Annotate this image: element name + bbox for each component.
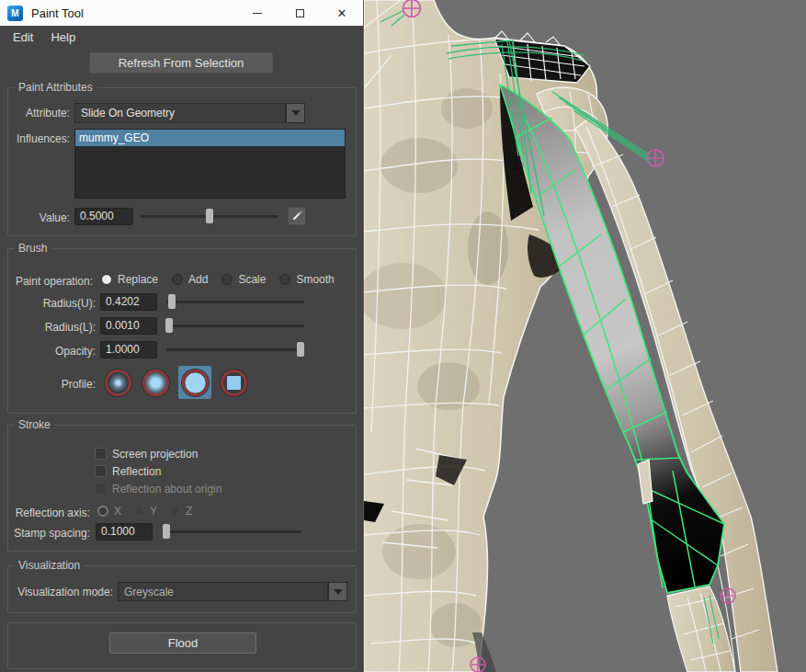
radio-x-dot <box>97 506 108 517</box>
influences-list[interactable]: mummy_GEO <box>74 129 346 199</box>
radio-scale[interactable]: Scale <box>221 273 266 286</box>
solid-brush-icon <box>182 370 209 396</box>
maya-app-icon: M <box>7 6 23 21</box>
visualization-title: Visualization <box>14 559 85 572</box>
opacity-slider[interactable] <box>166 341 304 358</box>
3d-viewport[interactable] <box>364 0 806 672</box>
radio-axis-z: Z <box>169 505 192 518</box>
radius-l-handle[interactable] <box>165 318 173 333</box>
attribute-dropdown[interactable]: Slide On Geometry <box>74 103 286 123</box>
opacity-field[interactable]: 1.0000 <box>100 341 157 359</box>
visualization-dropdown-arrow chevron-down-icon[interactable] <box>328 582 347 601</box>
radio-replace-dot[interactable] <box>101 274 112 285</box>
minimize-icon <box>253 13 262 14</box>
radio-add-dot[interactable] <box>172 274 183 285</box>
radius-u-handle[interactable] <box>168 294 176 309</box>
brush-title: Brush <box>14 242 51 255</box>
profile-gaussian[interactable] <box>101 366 134 399</box>
title-bar[interactable]: M Paint Tool ✕ <box>0 0 363 26</box>
profile-square[interactable] <box>217 366 250 399</box>
radius-u-groove <box>166 301 304 303</box>
radio-scale-dot[interactable] <box>221 274 233 285</box>
flood-button[interactable]: Flood <box>109 632 256 654</box>
flood-group: Flood <box>7 622 357 669</box>
radio-smooth[interactable]: Smooth <box>279 273 334 286</box>
paint-attributes-title: Paint Attributes <box>14 81 97 94</box>
radio-axis-y: Y <box>133 505 157 518</box>
screen-projection-checkbox[interactable] <box>95 448 107 460</box>
influence-item-mummy-geo[interactable]: mummy_GEO <box>75 130 345 146</box>
refresh-from-selection-button[interactable]: Refresh From Selection <box>89 52 273 74</box>
attribute-dropdown-arrow chevron-down-icon[interactable] <box>286 103 305 123</box>
maximize-button[interactable] <box>278 0 321 26</box>
stamp-spacing-groove <box>162 530 301 533</box>
screen-projection-label: Screen projection <box>112 448 198 461</box>
joint-marker-elbow[interactable] <box>721 588 735 603</box>
gaussian-brush-icon <box>105 370 131 396</box>
radio-smooth-dot[interactable] <box>279 274 290 285</box>
radius-l-groove <box>166 325 304 327</box>
radius-l-field[interactable]: 0.0010 <box>100 317 157 335</box>
stroke-group: Stroke Screen projection Reflection Refl… <box>7 425 357 552</box>
visualization-mode-label: Visualization mode: <box>8 586 113 598</box>
stamp-spacing-handle[interactable] <box>163 524 170 539</box>
reflection-label: Reflection <box>112 465 161 478</box>
pencil-icon <box>290 210 303 222</box>
stamp-spacing-slider[interactable] <box>162 523 301 540</box>
reflection-about-origin-checkbox <box>95 483 107 495</box>
joint-marker-hip[interactable] <box>471 657 485 672</box>
reflection-checkbox[interactable] <box>95 465 107 477</box>
opacity-handle[interactable] <box>297 342 304 357</box>
stroke-title: Stroke <box>14 418 55 431</box>
menu-help[interactable]: Help <box>46 28 80 46</box>
visualization-mode-dropdown[interactable]: Greyscale <box>118 582 328 601</box>
window-title: Paint Tool <box>31 6 84 20</box>
radius-u-label: Radius(U): <box>8 297 96 310</box>
opacity-groove <box>166 348 304 351</box>
radio-add[interactable]: Add <box>172 273 208 286</box>
visualization-group: Visualization Visualization mode: Greysc… <box>7 565 357 613</box>
profile-soft[interactable] <box>139 366 172 399</box>
radius-l-slider[interactable] <box>166 317 304 334</box>
radius-l-label: Radius(L): <box>8 321 96 334</box>
paint-operation-radios: Replace Add Scale Smooth <box>101 273 335 286</box>
radio-axis-x: X <box>97 505 121 518</box>
stamp-spacing-label: Stamp spacing: <box>8 527 90 540</box>
close-button[interactable]: ✕ <box>321 0 363 26</box>
value-slider-handle[interactable] <box>206 209 213 223</box>
square-brush-icon <box>221 370 247 396</box>
close-icon: ✕ <box>337 7 347 19</box>
menu-bar: Edit Help <box>0 26 363 48</box>
radius-u-slider[interactable] <box>166 293 304 310</box>
radio-z-dot <box>169 506 180 517</box>
paint-attributes-group: Paint Attributes Attribute: Slide On Geo… <box>7 87 357 236</box>
viewport-canvas[interactable] <box>364 0 806 672</box>
opacity-label: Opacity: <box>8 345 96 358</box>
influences-label: Influences: <box>8 132 70 145</box>
maximize-icon <box>296 9 304 17</box>
brush-group: Brush Paint operation: Replace Add Scale… <box>7 248 357 414</box>
paint-tool-app: M Paint Tool ✕ Edit Help Refresh From Se… <box>0 0 806 672</box>
radio-replace[interactable]: Replace <box>101 273 158 286</box>
paint-operation-label: Paint operation: <box>8 275 93 288</box>
soft-brush-icon <box>142 370 169 396</box>
reflection-axis-label: Reflection axis: <box>8 507 90 519</box>
stamp-spacing-field[interactable]: 0.1000 <box>96 523 153 541</box>
reflection-axis-radios: X Y Z <box>97 505 192 518</box>
joint-marker-arm[interactable] <box>647 150 664 166</box>
attribute-label: Attribute: <box>8 107 70 120</box>
value-label: Value: <box>8 211 70 224</box>
menu-edit[interactable]: Edit <box>8 28 38 46</box>
value-marking-pencil-button[interactable] <box>288 207 306 225</box>
radius-u-field[interactable]: 0.4202 <box>100 293 157 311</box>
value-slider[interactable] <box>141 208 278 224</box>
joint-marker-clavicle[interactable] <box>403 0 421 17</box>
radio-y-dot <box>133 506 144 517</box>
window-controls: ✕ <box>236 0 363 26</box>
paint-tool-window: M Paint Tool ✕ Edit Help Refresh From Se… <box>0 0 364 672</box>
minimize-button[interactable] <box>236 0 278 26</box>
reflection-about-origin-label: Reflection about origin <box>112 483 221 495</box>
profile-label: Profile: <box>8 378 96 391</box>
value-field[interactable]: 0.5000 <box>74 208 133 225</box>
profile-solid[interactable] <box>178 366 211 399</box>
